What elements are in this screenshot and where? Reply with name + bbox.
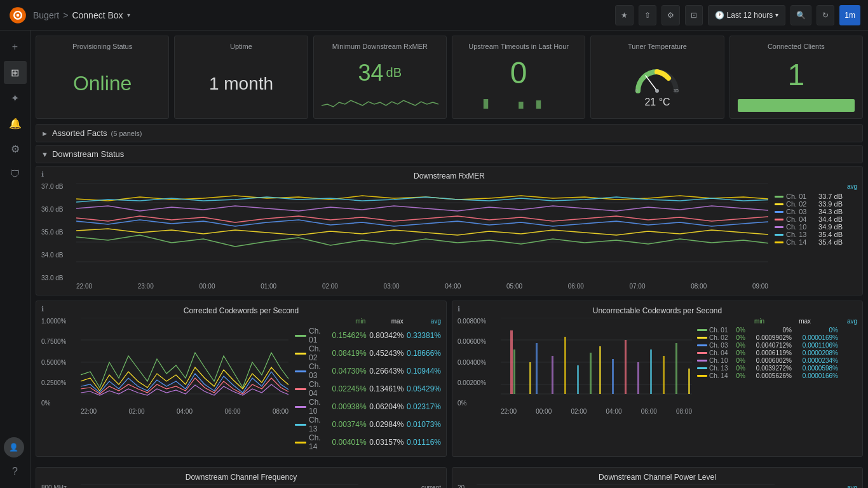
uptime-panel: Uptime 1 month <box>174 36 308 119</box>
refresh-button[interactable]: ↻ <box>817 5 834 25</box>
info-icon-corrected[interactable]: ℹ <box>41 305 44 313</box>
refresh-interval-badge[interactable]: 1m <box>839 5 860 25</box>
settings-button[interactable]: ⚙ <box>661 5 680 25</box>
dashboard-name[interactable]: Connect Box <box>72 10 123 20</box>
sidebar-item-user[interactable]: 👤 <box>4 437 24 458</box>
downstream-status-title: Downstream Status <box>52 149 124 159</box>
uncorrectable-y-axis: 0.00800% 0.00600% 0.00400% 0.00200% 0% <box>458 318 501 407</box>
downstream-freq-panel: Downstream Channel Frequency 800 MHz 700… <box>36 467 447 488</box>
downstream-status-header[interactable]: ▼ Downstream Status <box>36 145 863 163</box>
power-y-0: 20 <box>458 484 474 488</box>
unc-ch03-line <box>697 344 707 346</box>
unc-row-ch02: Ch. 02 0% 0.0009902% 0.0000169% <box>697 334 857 341</box>
info-icon[interactable]: ℹ <box>41 170 44 179</box>
ch13-avg: 0.01073% <box>406 420 441 429</box>
time-range-button[interactable]: 🕐 Last 12 hours ▾ <box>708 5 786 25</box>
ch10-min: 0.00938% <box>332 402 367 411</box>
freq-y-axis: 800 MHz 700 MHz <box>41 484 81 488</box>
unc-x-1: 00:00 <box>536 408 552 415</box>
unc-ch13-label: Ch. 13 <box>709 365 729 372</box>
svg-rect-29 <box>552 356 553 394</box>
unc-ch10-min: 0% <box>731 357 745 364</box>
codewords-chart-row: ℹ Corrected Codewords per Second 1.0000%… <box>36 301 863 462</box>
x-label: 02:00 <box>322 283 338 290</box>
freq-current-header: current <box>363 484 441 488</box>
x-label: 09:00 <box>752 283 768 290</box>
ch02-max: 0.45243% <box>369 349 404 358</box>
ch10-label: Ch. 10 <box>309 398 329 416</box>
upstream-sparkline <box>460 93 577 112</box>
channel-chart-row: Downstream Channel Frequency 800 MHz 700… <box>36 467 863 488</box>
ch10-max: 0.06204% <box>369 402 404 411</box>
unc-row-ch04: Ch. 04 0% 0.0006119% 0.0000208% <box>697 349 857 356</box>
corrected-row-ch03: Ch. 03 0.04730% 0.26643% 0.10944% <box>295 362 441 380</box>
svg-rect-31 <box>577 365 579 394</box>
sidebar-item-configuration[interactable]: ⚙ <box>4 137 27 160</box>
legend-value-ch13: 35.4 dB <box>814 231 843 238</box>
x-label: 01:00 <box>261 283 276 290</box>
ch04-avg: 0.05429% <box>406 384 441 393</box>
chevron-down-icon: ▼ <box>41 151 48 158</box>
sidebar-item-admin[interactable]: 🛡 <box>4 163 27 186</box>
svg-rect-35 <box>625 340 627 394</box>
uncorrectable-x-axis: 22:00 00:00 02:00 04:00 06:00 08:00 <box>501 408 692 415</box>
svg-point-7 <box>655 89 659 93</box>
sidebar-item-explore[interactable]: ✦ <box>4 86 27 109</box>
uncorrectable-legend: min max avg Ch. 01 0% 0% 0% <box>692 318 857 415</box>
legend-label-ch14: Ch. 14 <box>786 238 811 246</box>
legend-color-ch04 <box>775 219 783 220</box>
sidebar-item-help[interactable]: ? <box>4 460 27 483</box>
unc-ch02-avg: 0.0000169% <box>794 334 838 341</box>
upstream-timeouts-panel: Upstream Timeouts in Last Hour 0 <box>452 36 585 119</box>
legend-label-ch02: Ch. 02 <box>786 200 811 208</box>
share-button[interactable]: ⇧ <box>639 5 656 25</box>
provisioning-status-panel: Provisioning Status Online <box>36 36 169 119</box>
svg-rect-32 <box>590 353 592 394</box>
uptime-title: Uptime <box>182 43 299 50</box>
unc-ch01-line <box>697 329 707 331</box>
breadcrumb: Bugert > Connect Box ▾ <box>33 10 130 20</box>
star-button[interactable]: ★ <box>615 5 634 25</box>
uncorrectable-chart-content: 0.00800% 0.00600% 0.00400% 0.00200% 0% <box>458 318 857 415</box>
x-label: 22:00 <box>76 283 92 290</box>
legend-value-ch04: 34.4 dB <box>814 215 843 223</box>
unc-max-header: max <box>767 318 811 325</box>
ch01-label: Ch. 01 <box>309 327 329 344</box>
uncorrectable-svg <box>501 318 692 407</box>
unc-ch03-avg: 0.0001106% <box>794 342 838 349</box>
legend-color-ch02 <box>775 203 783 205</box>
uncorrectable-y-2: 0.00400% <box>458 359 498 366</box>
top-navigation: Bugert > Connect Box ▾ ★ ⇧ ⚙ ⊡ 🕐 Last 12… <box>0 0 868 30</box>
breadcrumb-sep: > <box>63 10 68 20</box>
sidebar-item-alerting[interactable]: 🔔 <box>4 112 27 135</box>
svg-point-2 <box>17 13 20 17</box>
tuner-temp-value: 21 °C <box>644 97 670 108</box>
search-button[interactable]: 🔍 <box>790 5 811 25</box>
app-name[interactable]: Bugert <box>33 10 59 20</box>
clock-icon: 🕐 <box>715 11 724 20</box>
info-icon-uncorrectable[interactable]: ℹ <box>458 305 460 313</box>
corrected-legend-header: min max avg <box>295 318 441 325</box>
ch01-max: 0.80342% <box>369 331 404 340</box>
ch13-max: 0.02984% <box>369 420 404 429</box>
unc-x-3: 04:00 <box>606 408 622 415</box>
chevron-down-icon[interactable]: ▾ <box>127 11 130 18</box>
chevron-down-icon: ▾ <box>775 11 778 18</box>
corrected-y-4: 0% <box>41 400 78 407</box>
legend-item-ch04: Ch. 04 34.4 dB <box>775 215 857 223</box>
corrected-svg <box>81 318 288 407</box>
corrected-y-3: 0.2500% <box>41 379 78 386</box>
legend-color-ch01 <box>775 196 783 198</box>
assorted-facts-header[interactable]: ► Assorted Facts (5 panels) <box>36 124 863 142</box>
sidebar-item-dashboards[interactable]: ⊞ <box>4 61 27 84</box>
unc-ch02-line <box>697 337 707 339</box>
tv-button[interactable]: ⊡ <box>685 5 703 25</box>
corrected-row-ch14: Ch. 14 0.00401% 0.03157% 0.01116% <box>295 433 441 451</box>
x-label: 05:00 <box>506 283 522 290</box>
unc-ch13-line <box>697 367 707 369</box>
freq-y-0: 800 MHz <box>41 484 78 488</box>
unc-ch13-max: 0.0039272% <box>747 365 792 372</box>
ch02-avg: 0.18666% <box>406 349 441 358</box>
sidebar-item-add[interactable]: + <box>4 36 27 58</box>
power-plot <box>477 484 775 488</box>
